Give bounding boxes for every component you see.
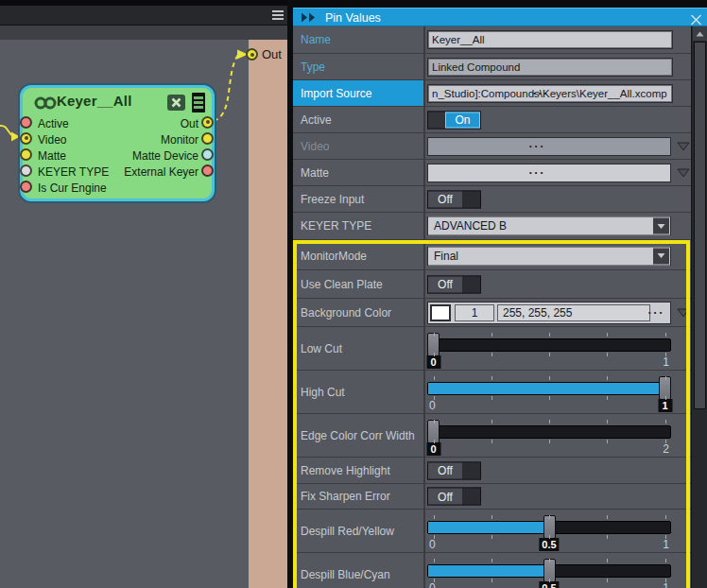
slider-tick xyxy=(607,515,608,519)
slider-tick xyxy=(607,396,608,400)
row-active: Active On xyxy=(293,107,691,133)
node-keyer-all[interactable]: Keyer__All Active Video Matte KEYER TYPE… xyxy=(20,85,215,201)
import-source-input[interactable]: n_Studio]:Compounds\Keyers\Keyer__All.xc… xyxy=(427,84,673,103)
panel-close-button[interactable] xyxy=(690,12,702,24)
expand-arrow-icon[interactable] xyxy=(677,308,690,318)
ellipsis-icon[interactable]: ··· xyxy=(648,305,665,320)
port-matte-device[interactable] xyxy=(201,148,214,161)
port-out[interactable] xyxy=(201,116,214,129)
slider-tick xyxy=(434,579,435,582)
slider-tick xyxy=(434,535,435,539)
slider-tick xyxy=(434,559,435,562)
video-ref-field xyxy=(427,137,671,156)
panel-scrollbar[interactable] xyxy=(691,26,707,588)
port-monitor[interactable] xyxy=(201,132,214,145)
color-swatch[interactable] xyxy=(430,304,451,321)
slider-tick xyxy=(434,440,435,443)
slider-tick xyxy=(665,376,666,380)
high-cut-slider[interactable]: 0 1 1 xyxy=(427,374,671,412)
active-toggle[interactable]: On xyxy=(427,111,481,129)
row-label: KEYER TYPE xyxy=(301,219,371,233)
despill-red-yellow-slider[interactable]: 0 1 0.5 xyxy=(427,513,671,551)
port-keyer-type[interactable] xyxy=(20,164,32,177)
node-title: Keyer__All xyxy=(57,93,132,109)
port-external-keyer[interactable] xyxy=(201,164,214,177)
panel-titlebar[interactable]: Pin Values xyxy=(293,8,707,26)
row-label: Active xyxy=(301,113,332,127)
slider-value-badge: 0 xyxy=(426,442,440,456)
scrollbar-thumb[interactable] xyxy=(694,42,706,409)
panel-edge-strip xyxy=(249,40,287,588)
row-label: Name xyxy=(301,33,331,46)
arrow-up-icon xyxy=(696,31,704,37)
slider-tick xyxy=(549,559,550,562)
node-list-icon[interactable] xyxy=(192,93,205,112)
pin-values-panel: Pin Values Name Keyer__All Type Linked C… xyxy=(293,0,707,588)
freeze-input-toggle[interactable]: Off xyxy=(427,190,481,208)
port-label: Active xyxy=(38,117,69,130)
menu-icon[interactable] xyxy=(272,10,284,20)
background-color-widget: 1 255, 255, 255 ··· xyxy=(427,302,671,324)
ellipsis-icon[interactable]: ··· xyxy=(529,165,546,180)
despill-blue-cyan-slider[interactable]: 0 1 0.5 xyxy=(427,557,671,588)
graph-out-port[interactable] xyxy=(246,48,258,61)
toggle-off-label: Off xyxy=(428,276,462,292)
node-close-button[interactable] xyxy=(167,95,185,111)
port-video[interactable] xyxy=(20,132,32,145)
slider-tick xyxy=(549,440,550,443)
slider-tick xyxy=(665,559,666,562)
slider-tick xyxy=(665,333,666,337)
alpha-field[interactable]: 1 xyxy=(455,304,494,321)
slider-tick xyxy=(491,515,492,519)
port-label: Out xyxy=(181,117,198,130)
edge-color-corr-width-slider[interactable]: 0 2 0 xyxy=(427,418,671,456)
dropdown-arrow-icon[interactable] xyxy=(653,248,669,264)
graph-subbar xyxy=(0,26,287,40)
port-matte[interactable] xyxy=(20,148,32,161)
low-cut-slider[interactable]: 0 1 0 xyxy=(427,331,671,369)
expand-arrow-icon[interactable] xyxy=(677,168,690,178)
fix-sharpen-error-toggle[interactable]: Off xyxy=(427,488,481,506)
row-label: Type xyxy=(301,61,325,74)
row-label: Low Cut xyxy=(301,342,342,355)
slider-tick xyxy=(607,333,608,337)
slider-tick xyxy=(491,333,492,337)
dropdown-arrow-icon[interactable] xyxy=(653,218,669,234)
close-x-icon xyxy=(690,14,702,26)
scroll-up-button[interactable] xyxy=(693,26,707,41)
slider-tick xyxy=(607,376,608,380)
slider-tick xyxy=(491,440,492,443)
dropdown-value: ADVANCED B xyxy=(434,219,507,233)
slider-tick xyxy=(607,440,608,443)
name-input[interactable]: Keyer__All xyxy=(427,30,673,49)
slider-tick xyxy=(549,333,550,337)
slider-tick xyxy=(491,535,492,539)
ellipsis-icon[interactable]: ··· xyxy=(533,86,550,100)
port-label: Video xyxy=(38,133,66,147)
remove-highlight-toggle[interactable]: Off xyxy=(427,461,481,479)
use-clean-plate-toggle[interactable]: Off xyxy=(427,275,481,293)
port-active[interactable] xyxy=(20,116,32,129)
toggle-off-label: Off xyxy=(428,191,462,207)
wire-arrow-icon xyxy=(11,132,20,142)
row-label: Background Color xyxy=(301,306,391,320)
row-use-clean-plate: Use Clean Plate Off xyxy=(293,270,691,299)
row-import-source: Import Source n_Studio]:Compounds\Keyers… xyxy=(293,80,691,107)
keyer-type-dropdown[interactable]: ADVANCED B xyxy=(427,216,671,236)
row-label: Freeze Input xyxy=(301,193,364,206)
toggle-on-label: On xyxy=(445,112,480,128)
toggle-off-label: Off xyxy=(428,489,462,505)
port-is-cur-engine[interactable] xyxy=(20,181,32,193)
row-background-color: Background Color 1 255, 255, 255 ··· xyxy=(293,299,691,327)
monitor-mode-dropdown[interactable]: Final xyxy=(427,246,671,266)
matte-ref-field[interactable] xyxy=(427,164,671,182)
slider-tick xyxy=(665,420,666,424)
row-despill-red-yellow: Despill Red/Yellow 0 1 0.5 xyxy=(293,510,691,553)
port-label: Matte Device xyxy=(132,149,198,163)
rgb-field[interactable]: 255, 255, 255 xyxy=(497,304,650,321)
graph-toolbar xyxy=(0,6,287,26)
expand-arrow-icon[interactable] xyxy=(677,142,690,151)
port-label: Monitor xyxy=(161,133,198,147)
slider-tick xyxy=(434,333,435,337)
row-label: Use Clean Plate xyxy=(301,278,383,291)
